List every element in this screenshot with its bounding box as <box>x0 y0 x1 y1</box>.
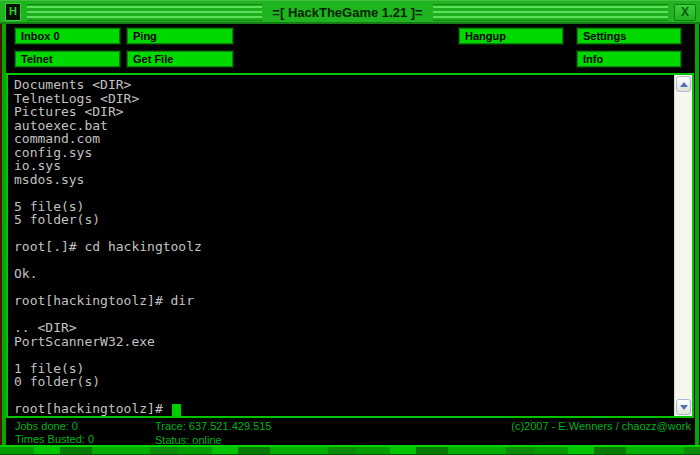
terminal-line: 5 file(s) <box>14 200 675 214</box>
terminal-line: PortScannerW32.exe <box>14 335 675 349</box>
terminal-panel[interactable]: Documents <DIR>TelnetLogs <DIR>Pictures … <box>6 73 694 418</box>
terminal-line: TelnetLogs <DIR> <box>14 92 675 106</box>
terminal-prompt-line: root[hackingtoolz]# <box>14 402 675 416</box>
terminal-line: config.sys <box>14 146 675 160</box>
close-icon: X <box>681 5 689 19</box>
scrollbar-track[interactable] <box>675 92 692 399</box>
scroll-up-icon <box>680 82 688 87</box>
terminal-line: Documents <DIR> <box>14 78 675 92</box>
terminal-line <box>14 389 675 403</box>
settings-button[interactable]: Settings <box>577 28 681 44</box>
close-button[interactable]: X <box>674 4 696 21</box>
terminal-line <box>14 281 675 295</box>
info-button[interactable]: Info <box>577 51 681 67</box>
hackthegame-window: H =[ HackTheGame 1.21 ]= X Inbox 0 Ping … <box>0 0 700 455</box>
get-file-button[interactable]: Get File <box>127 51 233 67</box>
terminal-line <box>14 254 675 268</box>
scroll-down-button[interactable] <box>676 399 691 415</box>
titlebar-stripes-left <box>27 4 262 21</box>
terminal-line <box>14 308 675 322</box>
window-title: =[ HackTheGame 1.21 ]= <box>268 5 426 20</box>
terminal-line: Ok. <box>14 267 675 281</box>
app-icon: H <box>5 3 21 21</box>
terminal-line: root[hackingtoolz]# dir <box>14 294 675 308</box>
trace-label: Trace: 637.521.429.515 <box>155 420 271 432</box>
window-edge-right <box>695 24 699 445</box>
terminal-line <box>14 186 675 200</box>
terminal-line: 1 file(s) <box>14 362 675 376</box>
terminal-prompt: root[hackingtoolz]# <box>14 401 171 416</box>
jobs-done-label: Jobs done: 0 <box>15 420 78 432</box>
titlebar[interactable]: H =[ HackTheGame 1.21 ]= X <box>0 0 700 24</box>
scroll-up-button[interactable] <box>676 76 691 92</box>
terminal-line: autoexec.bat <box>14 119 675 133</box>
hangup-button[interactable]: Hangup <box>459 28 563 44</box>
terminal-line: root[.]# cd hackingtoolz <box>14 240 675 254</box>
terminal-line: io.sys <box>14 159 675 173</box>
terminal-scrollbar[interactable] <box>674 75 692 416</box>
copyright-label: (c)2007 - E.Wenners / chaozz@work <box>511 420 691 432</box>
terminal-output: Documents <DIR>TelnetLogs <DIR>Pictures … <box>8 75 675 416</box>
terminal-line: .. <DIR> <box>14 321 675 335</box>
telnet-button[interactable]: Telnet <box>15 51 120 67</box>
scroll-down-icon <box>680 405 688 410</box>
terminal-line: Pictures <DIR> <box>14 105 675 119</box>
terminal-line <box>14 348 675 362</box>
terminal-cursor <box>172 404 181 416</box>
terminal-line: msdos.sys <box>14 173 675 187</box>
bottom-border-strip <box>0 445 700 455</box>
terminal-line: 0 folder(s) <box>14 375 675 389</box>
terminal-line <box>14 227 675 241</box>
terminal-line: 5 folder(s) <box>14 213 675 227</box>
ping-button[interactable]: Ping <box>127 28 233 44</box>
titlebar-stripes-right <box>433 4 668 21</box>
terminal-line: command.com <box>14 132 675 146</box>
inbox-button[interactable]: Inbox 0 <box>15 28 120 44</box>
times-busted-label: Times Busted: 0 <box>15 433 94 445</box>
